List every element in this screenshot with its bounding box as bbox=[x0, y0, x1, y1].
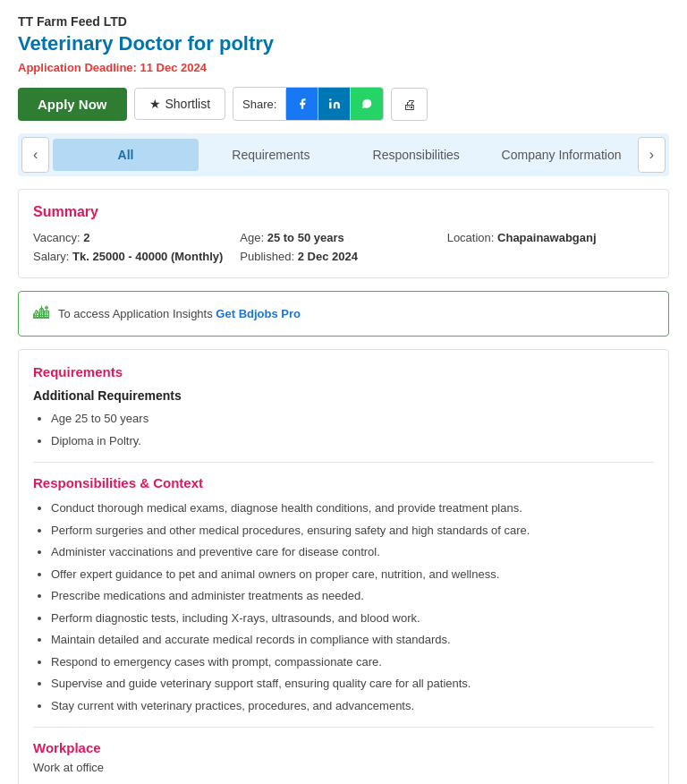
salary-cell: Salary: Tk. 25000 - 40000 (Monthly) bbox=[33, 250, 240, 263]
summary-row-1: Vacancy: 2 Age: 25 to 50 years Location:… bbox=[33, 231, 654, 244]
list-item: Perform surgeries and other medical proc… bbox=[51, 522, 654, 540]
responsibilities-list: Conduct thorough medical exams, diagnose… bbox=[33, 499, 654, 714]
summary-title: Summary bbox=[33, 204, 654, 220]
list-item: Respond to emergency cases with prompt, … bbox=[51, 653, 654, 671]
tab-all[interactable]: All bbox=[53, 139, 198, 171]
insights-text: To access Application Insights Get Bdjob… bbox=[58, 307, 301, 320]
requirements-title: Requirements bbox=[33, 364, 654, 379]
list-item: Conduct thorough medical exams, diagnose… bbox=[51, 499, 654, 517]
apply-now-button[interactable]: Apply Now bbox=[18, 88, 127, 121]
workplace-value: Work at office bbox=[33, 761, 654, 774]
svg-rect-0 bbox=[329, 102, 331, 108]
deadline: Application Deadline: 11 Dec 2024 bbox=[18, 61, 669, 74]
list-item: Diploma in Poltry. bbox=[51, 432, 654, 450]
print-button[interactable]: 🖨 bbox=[391, 88, 428, 121]
vacancy-label: Vacancy: bbox=[33, 231, 81, 244]
list-item: Offer expert guidance to pet and animal … bbox=[51, 566, 654, 584]
star-icon: ★ bbox=[149, 97, 161, 111]
location-cell: Location: Chapainawabganj bbox=[447, 231, 654, 244]
requirements-subtitle: Additional Requirements bbox=[33, 388, 654, 403]
summary-card: Summary Vacancy: 2 Age: 25 to 50 years L… bbox=[18, 189, 669, 278]
list-item: Stay current with veterinary practices, … bbox=[51, 697, 654, 715]
shortlist-label: Shortlist bbox=[165, 97, 211, 111]
deadline-label: Application Deadline: bbox=[18, 61, 137, 74]
list-item: Age 25 to 50 years bbox=[51, 410, 654, 428]
list-item: Prescribe medications and administer tre… bbox=[51, 587, 654, 605]
age-value: 25 to 50 years bbox=[267, 231, 344, 244]
published-label: Published: bbox=[240, 250, 294, 263]
company-name: TT Farm Feed LTD bbox=[18, 14, 669, 29]
insights-icon: 🏙 bbox=[33, 304, 49, 323]
list-item: Perform diagnostic tests, including X-ra… bbox=[51, 609, 654, 627]
svg-point-1 bbox=[329, 98, 331, 100]
location-value: Chapainawabganj bbox=[497, 231, 597, 244]
print-icon: 🖨 bbox=[403, 97, 416, 112]
summary-row-2: Salary: Tk. 25000 - 40000 (Monthly) Publ… bbox=[33, 250, 654, 263]
divider-2 bbox=[33, 727, 654, 728]
facebook-share-icon[interactable] bbox=[286, 88, 318, 120]
insights-card: 🏙 To access Application Insights Get Bdj… bbox=[18, 291, 669, 337]
requirements-list: Age 25 to 50 years Diploma in Poltry. bbox=[33, 410, 654, 449]
job-title: Veterinary Doctor for poltry bbox=[18, 32, 669, 55]
insights-label: To access Application Insights bbox=[58, 307, 213, 320]
tabs-container: ‹ All Requirements Responsibilities Comp… bbox=[18, 133, 669, 176]
summary-grid: Vacancy: 2 Age: 25 to 50 years Location:… bbox=[33, 231, 654, 263]
list-item: Administer vaccinations and preventive c… bbox=[51, 543, 654, 561]
tab-responsibilities[interactable]: Responsibilities bbox=[344, 139, 488, 171]
published-cell: Published: 2 Dec 2024 bbox=[240, 250, 446, 263]
main-section: Requirements Additional Requirements Age… bbox=[18, 349, 669, 784]
bdjobs-pro-link[interactable]: Get Bdjobs Pro bbox=[216, 307, 301, 320]
vacancy-value: 2 bbox=[83, 231, 89, 244]
deadline-date: 11 Dec 2024 bbox=[140, 61, 207, 74]
published-value: 2 Dec 2024 bbox=[298, 250, 358, 263]
workplace-title: Workplace bbox=[33, 740, 654, 755]
vacancy-cell: Vacancy: 2 bbox=[33, 231, 240, 244]
empty-cell bbox=[447, 250, 654, 263]
tab-requirements[interactable]: Requirements bbox=[199, 139, 344, 171]
shortlist-button[interactable]: ★ Shortlist bbox=[134, 88, 226, 120]
share-group: Share: bbox=[233, 87, 384, 121]
location-label: Location: bbox=[447, 231, 495, 244]
tab-company-information[interactable]: Company Information bbox=[488, 139, 633, 171]
age-cell: Age: 25 to 50 years bbox=[240, 231, 446, 244]
action-bar: Apply Now ★ Shortlist Share: 🖨 bbox=[18, 87, 669, 121]
tab-next-arrow[interactable]: › bbox=[638, 137, 666, 173]
linkedin-share-icon[interactable] bbox=[318, 88, 351, 120]
age-label: Age: bbox=[240, 231, 264, 244]
tab-prev-arrow[interactable]: ‹ bbox=[21, 137, 49, 173]
whatsapp-share-icon[interactable] bbox=[351, 88, 383, 120]
salary-value: Tk. 25000 - 40000 (Monthly) bbox=[72, 250, 223, 263]
responsibilities-title: Responsibilities & Context bbox=[33, 475, 654, 490]
list-item: Maintain detailed and accurate medical r… bbox=[51, 631, 654, 649]
list-item: Supervise and guide veterinary support s… bbox=[51, 675, 654, 693]
share-label: Share: bbox=[233, 89, 286, 119]
salary-label: Salary: bbox=[33, 250, 69, 263]
divider bbox=[33, 462, 654, 463]
